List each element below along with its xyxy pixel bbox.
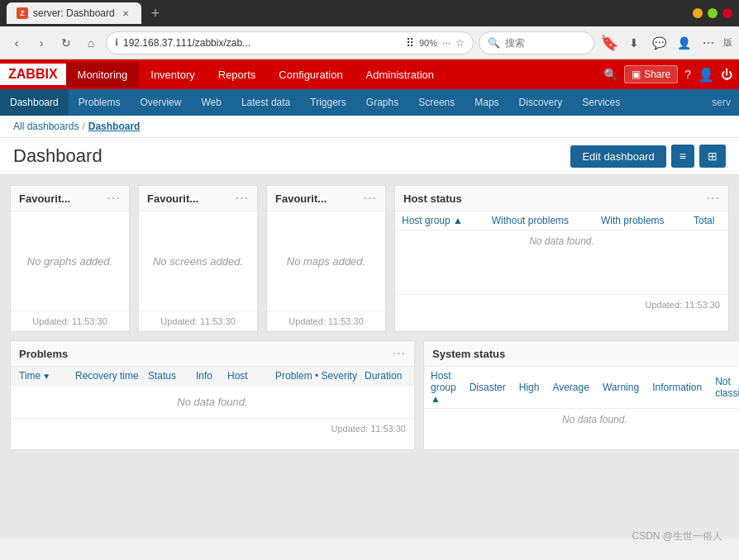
system-status-body: Host group ▲ Disaster High Average Warni… (424, 367, 739, 449)
problems-col-duration[interactable]: Duration (365, 370, 406, 382)
dashboard-row-2: Problems ··· Time ▼ Recovery time Status… (10, 340, 729, 450)
forward-button[interactable]: › (31, 33, 51, 53)
tab-title: server: Dashboard (33, 7, 115, 19)
top-search-icon[interactable]: 🔍 (603, 68, 617, 81)
nav-monitoring[interactable]: Monitoring (66, 62, 140, 88)
home-button[interactable]: ⌂ (81, 33, 101, 53)
breadcrumb-all-dashboards[interactable]: All dashboards (13, 121, 79, 132)
sub-navigation: Dashboard Problems Overview Web Latest d… (0, 89, 739, 116)
subnav-latest-data[interactable]: Latest data (231, 89, 300, 116)
breadcrumb-current[interactable]: Dashboard (88, 121, 141, 132)
qr-icon: ⠿ (406, 36, 414, 50)
problems-body: No data found. (11, 386, 414, 418)
subnav-web[interactable]: Web (191, 89, 231, 116)
favourite-graphs-title: Favourit... (19, 192, 70, 205)
subnav-graphs[interactable]: Graphs (356, 89, 408, 116)
nav-configuration[interactable]: Configuration (267, 62, 354, 88)
problems-col-recovery[interactable]: Recovery time (75, 370, 141, 382)
favourite-screens-header: Favourit... ··· (139, 186, 257, 211)
problems-widget: Problems ··· Time ▼ Recovery time Status… (10, 340, 415, 450)
host-status-col-with: With problems (594, 211, 687, 230)
favourite-maps-no-data: No maps added. (287, 255, 365, 268)
browser-search-bar[interactable]: 🔍 (479, 31, 594, 55)
subnav-screens[interactable]: Screens (408, 89, 465, 116)
help-button[interactable]: ? (684, 68, 691, 81)
minimize-button[interactable] (693, 8, 703, 18)
user-icon[interactable]: 👤 (698, 67, 714, 83)
page-actions: Edit dashboard ≡ ⊞ (570, 145, 726, 168)
back-button[interactable]: ‹ (7, 33, 26, 53)
subnav-dashboard[interactable]: Dashboard (0, 89, 69, 116)
system-status-header: System status ··· (424, 341, 739, 367)
download-button[interactable]: ⬇ (624, 33, 644, 53)
subnav-triggers[interactable]: Triggers (300, 89, 356, 116)
browser-titlebar: Z server: Dashboard ✕ + (0, 0, 739, 26)
problems-col-problem[interactable]: Problem • Severity (275, 370, 358, 382)
page-title: Dashboard (13, 145, 103, 167)
favourite-screens-body: No screens added. (139, 211, 257, 311)
bookmarks-button[interactable]: 🔖 (599, 33, 619, 53)
settings-button[interactable]: ⋯ (698, 33, 718, 53)
problems-footer: Updated: 11:53:30 (11, 418, 414, 439)
share-label: Share (644, 69, 670, 80)
nav-reports[interactable]: Reports (207, 62, 268, 88)
tab-close-button[interactable]: ✕ (120, 7, 131, 19)
sys-col-notclassified: Not classifie... (708, 367, 739, 409)
browser-tab[interactable]: Z server: Dashboard ✕ (7, 2, 141, 24)
nav-administration[interactable]: Administration (355, 62, 446, 88)
sys-col-information: Information (646, 367, 708, 409)
more-icon: ··· (442, 37, 451, 49)
favourite-screens-title: Favourit... (147, 192, 198, 205)
favourite-screens-menu[interactable]: ··· (236, 191, 249, 206)
zoom-level: 90% (419, 38, 437, 48)
close-button[interactable] (722, 8, 732, 18)
nav-inventory[interactable]: Inventory (139, 62, 206, 88)
logo-text: ZABBIX (8, 67, 58, 82)
favourite-screens-no-data: No screens added. (153, 255, 243, 268)
secure-icon: ℹ (115, 37, 118, 48)
browser-search-input[interactable] (505, 37, 588, 49)
favourite-graphs-widget: Favourit... ··· No graphs added. Updated… (10, 185, 130, 332)
favourite-screens-footer: Updated: 11:53:30 (139, 311, 257, 331)
top-navigation: ZABBIX Monitoring Inventory Reports Conf… (0, 59, 739, 89)
list-view-button[interactable]: ≡ (671, 145, 694, 168)
edit-dashboard-button[interactable]: Edit dashboard (570, 145, 665, 168)
profile-button[interactable]: 👤 (674, 33, 694, 53)
sys-col-disaster: Disaster (463, 367, 513, 409)
problems-col-status[interactable]: Status (148, 370, 189, 382)
favourite-screens-widget: Favourit... ··· No screens added. Update… (138, 185, 258, 332)
subnav-discovery[interactable]: Discovery (509, 89, 573, 116)
new-tab-button[interactable]: + (151, 5, 160, 22)
address-bar[interactable]: ℹ 192.168.37.111/zabbix/zab... ⠿ 90% ···… (106, 31, 474, 55)
bookmark-icon[interactable]: ☆ (455, 37, 465, 49)
sys-col-average: Average (546, 367, 595, 409)
favourite-maps-menu[interactable]: ··· (364, 191, 377, 206)
favourite-graphs-footer: Updated: 11:53:30 (11, 311, 129, 331)
problems-col-time[interactable]: Time ▼ (19, 370, 69, 382)
favourite-graphs-menu[interactable]: ··· (107, 191, 121, 206)
subnav-maps[interactable]: Maps (465, 89, 508, 116)
problems-col-info[interactable]: Info (196, 370, 221, 382)
problems-menu[interactable]: ··· (393, 346, 406, 361)
system-status-title: System status (432, 348, 505, 360)
sys-col-hostgroup[interactable]: Host group ▲ (424, 367, 463, 409)
grid-view-button[interactable]: ⊞ (699, 145, 726, 168)
host-status-col-hostgroup[interactable]: Host group ▲ (395, 211, 485, 230)
window-controls (693, 8, 732, 18)
subnav-services[interactable]: Services (572, 89, 630, 116)
page-header: Dashboard Edit dashboard ≡ ⊞ (0, 138, 739, 175)
problems-title: Problems (19, 348, 68, 360)
reload-button[interactable]: ↻ (56, 33, 76, 53)
chat-button[interactable]: 💬 (649, 33, 669, 53)
maximize-button[interactable] (708, 8, 718, 18)
problems-col-host[interactable]: Host (227, 370, 269, 382)
logout-icon[interactable]: ⏻ (721, 68, 732, 81)
zabbix-logo: ZABBIX (0, 64, 66, 85)
subnav-problems[interactable]: Problems (69, 89, 131, 116)
dashboard-content: Favourit... ··· No graphs added. Updated… (0, 175, 739, 539)
host-status-menu[interactable]: ··· (707, 191, 720, 206)
subnav-overview[interactable]: Overview (130, 89, 191, 116)
share-button[interactable]: ▣ Share (624, 65, 678, 83)
address-text: 192.168.37.111/zabbix/zab... (123, 37, 401, 49)
favourite-maps-title: Favourit... (275, 192, 327, 205)
